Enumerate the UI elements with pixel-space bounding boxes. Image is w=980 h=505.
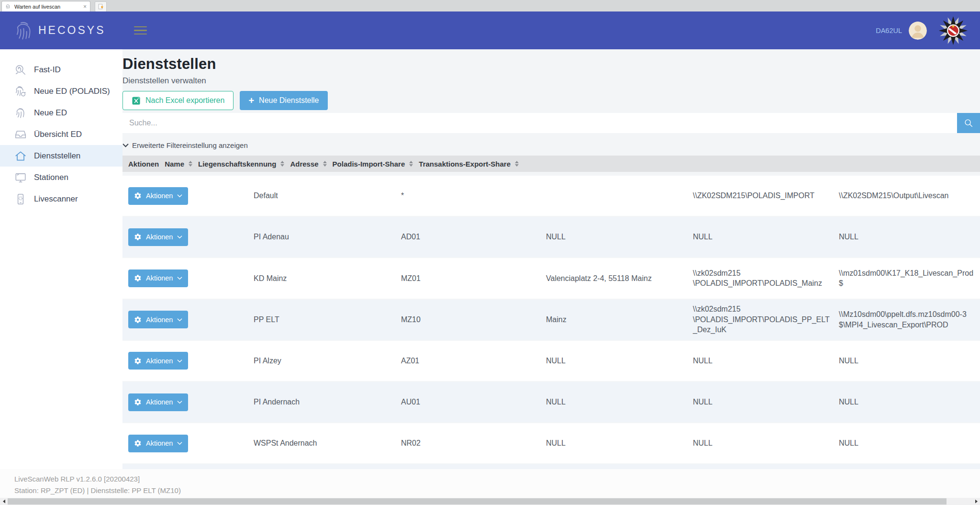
hecosys-logo-icon bbox=[13, 21, 33, 41]
cell-liegenschaftskennung: AU01 bbox=[395, 397, 540, 407]
sidebar-item[interactable]: Livescanner bbox=[0, 188, 122, 210]
row-actions-button[interactable]: Aktionen bbox=[128, 228, 188, 246]
sidebar: Fast-ID Neue ED (POLADIS) Neue ED Übersi… bbox=[0, 49, 122, 469]
new-tab-button[interactable] bbox=[95, 1, 107, 12]
browser-tab[interactable]: Warten auf livescan × bbox=[1, 1, 90, 11]
sidebar-item[interactable]: Dienststellen bbox=[0, 145, 122, 167]
column-header[interactable]: Aktionen bbox=[122, 160, 159, 168]
advanced-filter-label: Erweiterte Filtereinstellung anzeigen bbox=[132, 141, 248, 149]
search-icon bbox=[963, 118, 974, 128]
cell-adresse: NULL bbox=[540, 397, 687, 407]
scroll-right-icon[interactable] bbox=[972, 498, 980, 505]
menu-toggle-icon[interactable] bbox=[134, 26, 147, 35]
excel-icon bbox=[132, 96, 141, 105]
gear-icon bbox=[134, 316, 142, 324]
row-actions-button[interactable]: Aktionen bbox=[128, 269, 188, 287]
row-actions-button[interactable]: Aktionen bbox=[128, 311, 188, 328]
column-label: Liegenschaftskennung bbox=[198, 160, 276, 168]
chevron-down-icon bbox=[177, 318, 182, 322]
row-actions-button[interactable]: Aktionen bbox=[128, 393, 188, 411]
search-button[interactable] bbox=[957, 113, 980, 133]
sort-icon[interactable] bbox=[280, 161, 284, 167]
sidebar-item-label: Fast-ID bbox=[34, 65, 61, 75]
sidebar-item-label: Neue ED bbox=[34, 108, 67, 118]
row-actions-button[interactable]: Aktionen bbox=[128, 435, 188, 452]
chevron-down-icon bbox=[177, 235, 182, 239]
main-content: Dienststellen Dienststellen verwalten Na… bbox=[122, 49, 980, 469]
cell-liegenschaftskennung: AD01 bbox=[395, 232, 540, 242]
new-dienststelle-label: Neue Dienststelle bbox=[259, 96, 319, 105]
tab-title: Warten auf livescan bbox=[14, 4, 80, 10]
column-label: Transaktions-Export-Share bbox=[419, 160, 511, 168]
cell-liegenschaftskennung: NR02 bbox=[395, 438, 540, 449]
cell-poladis-import-share: \\ZK02SDM215\POLADIS_IMPORT bbox=[687, 191, 833, 201]
column-header[interactable]: Name bbox=[159, 160, 192, 168]
column-label: Adresse bbox=[290, 160, 318, 168]
cell-actions: Aktionen bbox=[122, 177, 248, 215]
page-title: Dienststellen bbox=[122, 56, 980, 73]
gear-icon bbox=[134, 398, 142, 406]
horizontal-scrollbar[interactable] bbox=[0, 498, 980, 505]
avatar[interactable] bbox=[909, 22, 927, 40]
version-info: LiveScanWeb RLP v1.2.6.0 [20200423] bbox=[14, 473, 980, 485]
tab-close-icon[interactable]: × bbox=[83, 4, 87, 10]
gear-icon bbox=[134, 233, 142, 241]
cell-actions: Aktionen bbox=[122, 342, 248, 380]
cell-name: Default bbox=[248, 191, 395, 201]
cell-adresse: NULL bbox=[540, 438, 687, 449]
row-actions-label: Aktionen bbox=[146, 192, 173, 200]
cell-transaktions-export-share: \\mz01sdm00\K17_K18_Livescan_Prod$ bbox=[833, 268, 980, 289]
sidebar-item[interactable]: Neue ED bbox=[0, 102, 122, 123]
sidebar-item-icon bbox=[14, 171, 27, 184]
cell-adresse: Valenciaplatz 2-4, 55118 Mainz bbox=[540, 273, 687, 284]
advanced-filter-toggle[interactable]: Erweiterte Filtereinstellung anzeigen bbox=[122, 141, 980, 149]
sidebar-item-icon bbox=[14, 107, 27, 119]
column-header[interactable]: Adresse bbox=[284, 160, 326, 168]
sort-icon[interactable] bbox=[515, 161, 519, 167]
sort-icon[interactable] bbox=[409, 161, 413, 167]
sidebar-item[interactable]: Fast-ID bbox=[0, 59, 122, 80]
new-tab-icon bbox=[98, 3, 104, 10]
gear-icon bbox=[134, 192, 142, 200]
column-header[interactable]: Transaktions-Export-Share bbox=[413, 160, 519, 168]
cell-transaktions-export-share: NULL bbox=[833, 356, 980, 366]
sidebar-item[interactable]: Stationen bbox=[0, 167, 122, 188]
cell-actions: Aktionen bbox=[122, 424, 248, 462]
chevron-down-icon bbox=[122, 143, 129, 147]
police-badge-icon bbox=[939, 16, 968, 45]
column-label: Poladis-Import-Share bbox=[333, 160, 405, 168]
column-header[interactable]: Poladis-Import-Share bbox=[327, 160, 413, 168]
scroll-left-icon[interactable] bbox=[0, 498, 8, 505]
sidebar-item[interactable]: Übersicht ED bbox=[0, 123, 122, 145]
cell-transaktions-export-share: NULL bbox=[833, 438, 980, 449]
search-input[interactable] bbox=[122, 113, 957, 133]
cell-adresse: NULL bbox=[540, 232, 687, 242]
sidebar-item[interactable]: Neue ED (POLADIS) bbox=[0, 80, 122, 102]
new-dienststelle-button[interactable]: + Neue Dienststelle bbox=[240, 91, 327, 110]
column-label: Aktionen bbox=[128, 160, 159, 168]
browser-tab-bar: Warten auf livescan × bbox=[0, 0, 980, 11]
row-actions-label: Aktionen bbox=[146, 316, 173, 324]
sort-icon[interactable] bbox=[323, 161, 327, 167]
chevron-down-icon bbox=[177, 194, 182, 198]
cell-poladis-import-share: NULL bbox=[687, 438, 833, 449]
cell-actions: Aktionen bbox=[122, 301, 248, 339]
row-actions-button[interactable]: Aktionen bbox=[128, 187, 188, 205]
scrollbar-thumb[interactable] bbox=[8, 498, 947, 505]
cell-liegenschaftskennung: * bbox=[395, 191, 540, 201]
sort-icon[interactable] bbox=[189, 161, 192, 167]
table-row: Aktionen PP ELT MZ10 Mainz \\zk02sdm215 … bbox=[122, 300, 980, 340]
table-row: Aktionen KD Mainz MZ01 Valenciaplatz 2-4… bbox=[122, 258, 980, 298]
sidebar-item-label: Dienststellen bbox=[34, 151, 80, 161]
row-actions-button[interactable]: Aktionen bbox=[128, 352, 188, 370]
table-row: Aktionen PI Alzey AZ01 NULL NULL NULL bbox=[122, 341, 980, 381]
sidebar-item-icon bbox=[14, 128, 27, 141]
export-excel-button[interactable]: Nach Excel exportieren bbox=[122, 91, 234, 110]
username[interactable]: DA62UL bbox=[876, 27, 902, 34]
cell-poladis-import-share: NULL bbox=[687, 356, 833, 366]
cell-name: KD Mainz bbox=[248, 273, 395, 284]
sidebar-item-label: Stationen bbox=[34, 173, 68, 182]
cell-transaktions-export-share: \\ZK02SDM215\Output\Livescan bbox=[833, 191, 980, 201]
column-header[interactable]: Liegenschaftskennung bbox=[192, 160, 284, 168]
station-info: Station: RP_ZPT (ED) | Dienststelle: PP … bbox=[14, 485, 980, 496]
